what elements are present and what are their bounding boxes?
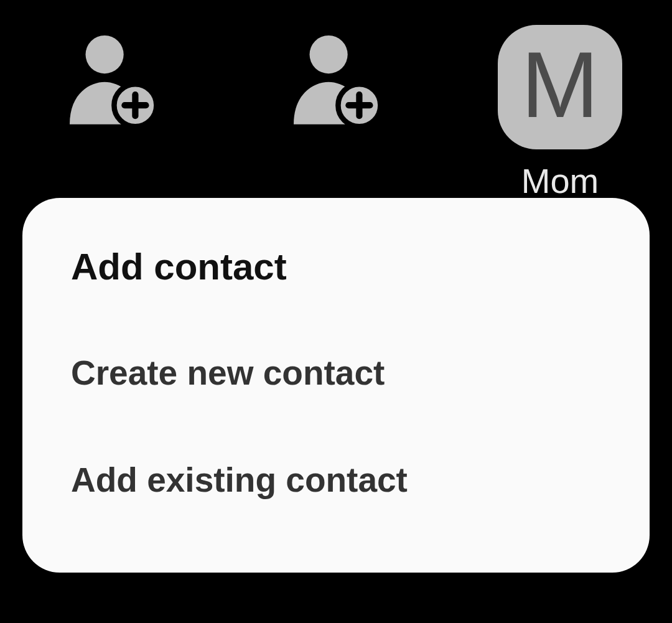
favorites-row: M Mom	[0, 19, 672, 193]
avatar-initial: M	[521, 38, 599, 131]
add-person-icon	[283, 25, 389, 131]
svg-point-0	[86, 35, 124, 73]
add-contact-slot-1[interactable]	[9, 19, 215, 131]
favorite-contact-slot[interactable]: M Mom	[457, 19, 663, 201]
add-person-icon	[59, 25, 165, 131]
add-contact-menu: Add contact Create new contact Add exist…	[22, 198, 650, 573]
avatar: M	[498, 25, 622, 149]
menu-option-create-new-contact[interactable]: Create new contact	[22, 319, 650, 426]
svg-point-4	[310, 35, 348, 73]
menu-option-add-existing-contact[interactable]: Add existing contact	[22, 426, 650, 533]
add-contact-slot-2[interactable]	[233, 19, 439, 131]
menu-title: Add contact	[22, 229, 650, 319]
contact-name-label: Mom	[521, 161, 599, 201]
